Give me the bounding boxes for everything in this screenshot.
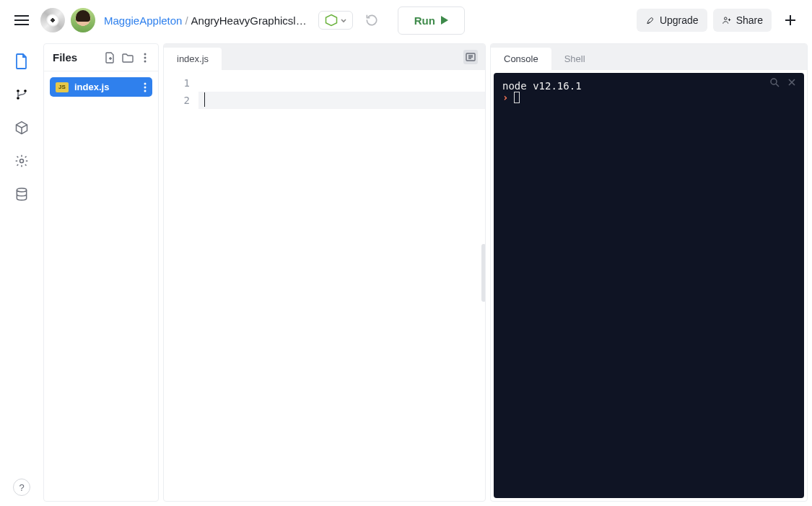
workspace: ? Files JS index.js: [0, 40, 812, 506]
new-folder-icon: [122, 53, 134, 63]
terminal-panel: Console Shell node v12.16.1 ›: [490, 43, 808, 502]
files-header: Files: [44, 44, 158, 71]
rail-settings[interactable]: [9, 149, 34, 173]
files-more-button[interactable]: [139, 52, 151, 64]
rail-files[interactable]: [9, 49, 34, 74]
markdown-preview-button[interactable]: [463, 50, 478, 64]
plus-icon: [785, 15, 795, 25]
svg-point-7: [144, 53, 147, 55]
top-bar: MaggieAppleton / AngryHeavyGraphicsl… Ru…: [0, 0, 812, 40]
files-panel: Files JS index.js: [43, 43, 159, 502]
breadcrumb-repl[interactable]: AngryHeavyGraphicsl…: [191, 14, 307, 27]
svg-point-10: [144, 82, 147, 84]
svg-point-11: [144, 86, 147, 88]
nodejs-icon: [325, 14, 338, 27]
svg-point-12: [144, 90, 147, 92]
svg-point-2: [17, 90, 19, 92]
history-button[interactable]: [359, 7, 385, 33]
menu-button[interactable]: [9, 7, 35, 33]
chevron-down-icon: [339, 16, 348, 25]
doc-lines-icon: [466, 53, 476, 61]
svg-point-4: [24, 90, 27, 92]
upgrade-label: Upgrade: [660, 14, 699, 26]
terminal[interactable]: node v12.16.1 ›: [494, 73, 804, 498]
current-line-highlight: [198, 92, 485, 109]
file-name: index.js: [74, 82, 109, 92]
line-number: 1: [164, 74, 190, 92]
search-icon: [769, 77, 780, 87]
new-repl-button[interactable]: [777, 7, 803, 33]
editor-tabbar: index.js: [164, 44, 485, 70]
line-number: 2: [164, 92, 190, 109]
close-icon: [787, 78, 796, 87]
gear-icon: [14, 154, 29, 168]
svg-point-9: [144, 60, 147, 62]
terminal-banner: node v12.16.1: [502, 80, 795, 92]
file-row[interactable]: JS index.js: [50, 77, 152, 97]
caret: [204, 92, 205, 107]
tab-shell[interactable]: Shell: [551, 48, 598, 70]
new-file-button[interactable]: [105, 52, 116, 64]
breadcrumb-user[interactable]: MaggieAppleton: [104, 14, 182, 27]
svg-point-6: [17, 188, 26, 192]
user-plus-icon: [722, 15, 732, 25]
rail-packages[interactable]: [9, 115, 34, 140]
avatar[interactable]: [71, 8, 95, 32]
rocket-icon: [645, 15, 655, 25]
rail-database[interactable]: [9, 182, 34, 206]
files-title: Files: [53, 51, 77, 64]
more-vertical-icon: [144, 53, 147, 63]
share-label: Share: [736, 14, 763, 26]
upgrade-button[interactable]: Upgrade: [637, 9, 707, 32]
file-icon: [15, 53, 28, 69]
run-button[interactable]: Run: [398, 6, 465, 35]
editor-panel: index.js 1 2: [163, 43, 486, 502]
file-row-more-button[interactable]: [144, 82, 147, 92]
replit-logo[interactable]: [40, 8, 65, 32]
editor-tab[interactable]: index.js: [164, 48, 222, 70]
history-icon: [364, 13, 379, 27]
help-button[interactable]: ?: [13, 479, 30, 496]
database-icon: [14, 187, 29, 201]
play-icon: [441, 16, 448, 25]
terminal-cursor: [514, 92, 520, 103]
more-vertical-icon: [144, 82, 147, 92]
tab-console[interactable]: Console: [491, 48, 551, 70]
share-button[interactable]: Share: [713, 9, 772, 32]
terminal-tabbar: Console Shell: [491, 44, 807, 70]
svg-point-3: [17, 97, 19, 100]
terminal-controls: [769, 77, 797, 87]
breadcrumb: MaggieAppleton / AngryHeavyGraphicsl…: [104, 14, 307, 27]
terminal-search-button[interactable]: [769, 77, 780, 87]
left-rail: ?: [4, 43, 39, 502]
new-file-icon: [105, 52, 115, 64]
code-editor[interactable]: 1 2: [164, 70, 485, 501]
terminal-prompt-line: ›: [502, 92, 795, 103]
svg-point-5: [20, 160, 24, 163]
hamburger-icon: [14, 19, 29, 21]
svg-point-8: [144, 56, 147, 58]
new-folder-button[interactable]: [122, 52, 134, 64]
svg-point-1: [724, 17, 727, 20]
gutter: 1 2: [164, 70, 198, 501]
prompt-icon: ›: [502, 92, 508, 103]
files-actions: [105, 52, 151, 64]
svg-marker-0: [326, 15, 336, 26]
svg-point-14: [771, 79, 777, 84]
terminal-clear-button[interactable]: [787, 77, 797, 87]
branch-icon: [14, 87, 29, 102]
js-badge-icon: JS: [56, 82, 69, 92]
rail-version-control[interactable]: [9, 82, 34, 107]
language-selector[interactable]: [318, 11, 353, 30]
run-label: Run: [414, 14, 435, 27]
package-icon: [14, 121, 29, 135]
editor-scrollbar[interactable]: [481, 244, 486, 302]
code-lines[interactable]: [198, 70, 485, 501]
breadcrumb-sep: /: [185, 14, 188, 27]
